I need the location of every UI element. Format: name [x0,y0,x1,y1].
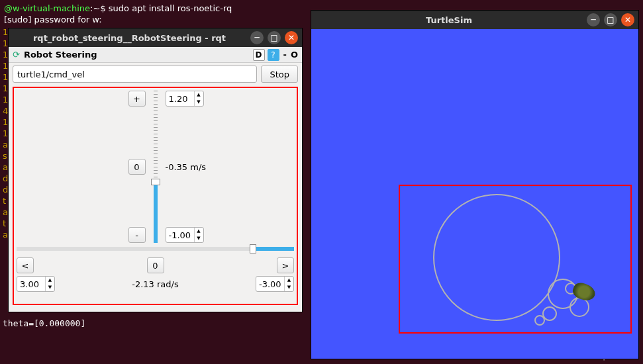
linear-slider[interactable] [154,91,158,243]
toolbar-minus[interactable]: - [283,50,287,60]
linear-max-input[interactable] [166,94,194,104]
close-icon[interactable]: ✕ [285,31,298,44]
rqt-title: rqt_robot_steering__RobotSteering - rqt [13,33,246,43]
angular-zero-button[interactable]: 0 [147,257,164,273]
help-icon[interactable]: ? [268,49,279,61]
turtlesim-window: TurtleSim ─ □ ✕ [311,10,639,359]
angular-min-input[interactable] [256,279,284,289]
linear-min-input[interactable] [166,230,194,240]
rqt-window: rqt_robot_steering__RobotSteering - rqt … [8,28,303,312]
turtlesim-highlight [399,185,632,334]
spinner-up-icon[interactable]: ▲ [195,228,203,235]
turtlesim-canvas [311,29,638,359]
angular-left-button[interactable]: < [17,257,34,273]
linear-minus-button[interactable]: - [128,227,146,243]
turtlesim-titlebar[interactable]: TurtleSim ─ □ ✕ [311,11,638,29]
maximize-icon[interactable]: □ [268,31,281,44]
linear-max-spinner[interactable]: ▲▼ [166,91,204,107]
spinner-down-icon[interactable]: ▼ [285,284,293,291]
linear-zero-button[interactable]: 0 [128,159,146,175]
maximize-icon[interactable]: □ [604,13,617,26]
spinner-down-icon[interactable]: ▼ [195,235,203,242]
toolbar-o[interactable]: O [291,50,298,60]
controls-highlight: + 0 - ▲▼ -0.35 m/s [13,87,298,305]
plugin-toolbar: ⟳ Robot Steering D ? - O [9,47,302,63]
angular-right-button[interactable]: > [277,257,294,273]
spinner-down-icon[interactable]: ▼ [46,284,54,291]
angular-min-spinner[interactable]: ▲▼ [256,276,294,292]
spinner-up-icon[interactable]: ▲ [195,91,203,99]
reload-icon[interactable]: ⟳ [13,50,20,60]
topic-input[interactable] [13,66,257,83]
spinner-up-icon[interactable]: ▲ [285,277,293,284]
terminal-theta: theta=[0.000000] [3,318,85,329]
minimize-icon[interactable]: ─ [250,31,264,44]
minimize-icon[interactable]: ─ [587,13,600,26]
angular-slider[interactable] [17,247,294,251]
spinner-up-icon[interactable]: ▲ [46,277,54,284]
turtlesim-title: TurtleSim [315,15,583,25]
dock-button[interactable]: D [253,49,265,61]
linear-plus-button[interactable]: + [128,91,146,107]
linear-current: -0.35 m/s [166,162,207,172]
linear-min-spinner[interactable]: ▲▼ [166,227,204,243]
angular-max-spinner[interactable]: ▲▼ [17,276,55,292]
panel-label: Robot Steering [24,50,97,60]
angular-current: -2.13 rad/s [132,279,178,289]
angular-max-input[interactable] [17,279,45,289]
close-icon[interactable]: ✕ [621,13,634,26]
rqt-titlebar[interactable]: rqt_robot_steering__RobotSteering - rqt … [9,28,302,47]
spinner-down-icon[interactable]: ▼ [195,99,203,106]
stop-button[interactable]: Stop [261,66,298,83]
